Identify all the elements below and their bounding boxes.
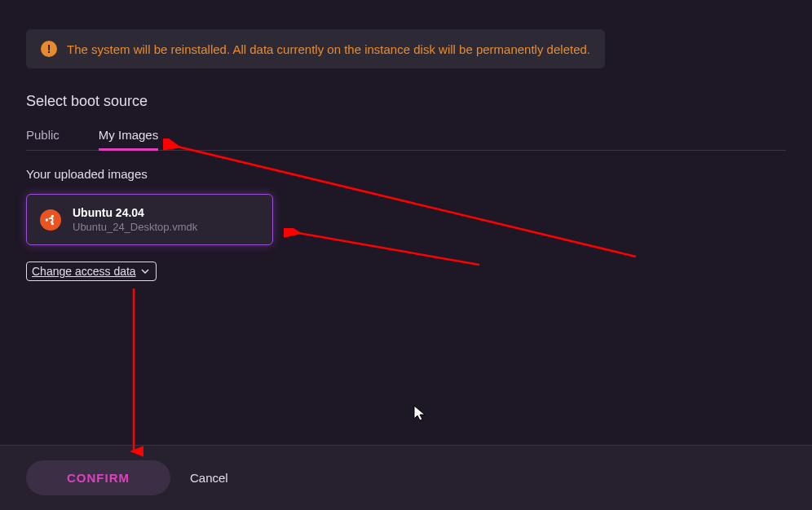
svg-point-1 [51, 214, 54, 217]
image-info: Ubuntu 24.04 Ubuntu_24_Desktop.vmdk [73, 206, 197, 233]
cancel-button[interactable]: Cancel [190, 471, 228, 485]
confirm-button[interactable]: CONFIRM [26, 460, 170, 495]
annotation-arrow [124, 288, 143, 464]
chevron-down-icon [141, 269, 149, 274]
ubuntu-icon [40, 209, 61, 231]
footer-bar: CONFIRM Cancel [0, 445, 812, 510]
tab-my-images[interactable]: My Images [99, 128, 158, 150]
svg-point-0 [46, 218, 48, 221]
warning-text: The system will be reinstalled. All data… [67, 42, 590, 56]
boot-source-tabs: Public My Images [26, 128, 786, 151]
mouse-cursor [413, 404, 427, 422]
svg-point-2 [51, 222, 54, 225]
access-select-label: Change access data [32, 265, 136, 278]
uploaded-images-heading: Your uploaded images [26, 167, 786, 181]
image-filename: Ubuntu_24_Desktop.vmdk [73, 221, 197, 233]
image-card-ubuntu[interactable]: Ubuntu 24.04 Ubuntu_24_Desktop.vmdk [26, 194, 273, 245]
section-title: Select boot source [26, 93, 786, 110]
image-name: Ubuntu 24.04 [73, 206, 197, 219]
warning-icon: ! [41, 41, 57, 57]
tab-public[interactable]: Public [26, 128, 60, 150]
warning-banner: ! The system will be reinstalled. All da… [26, 29, 605, 68]
change-access-data-select[interactable]: Change access data [26, 262, 157, 281]
